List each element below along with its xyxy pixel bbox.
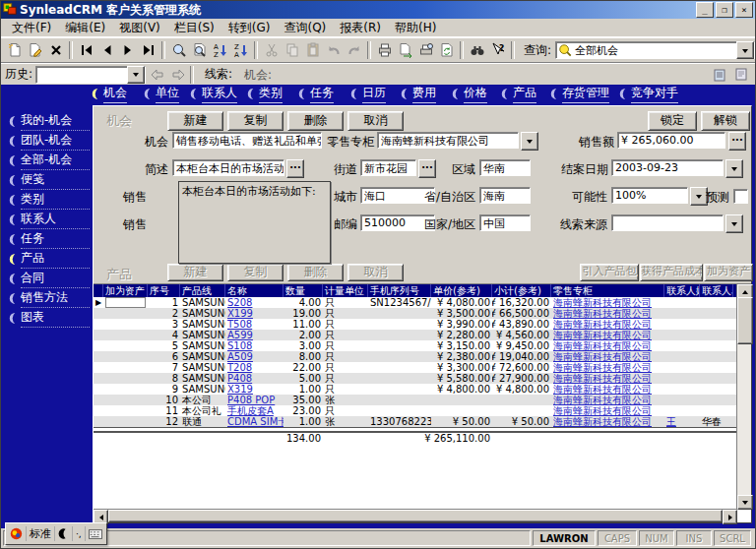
redo-icon[interactable] — [344, 40, 364, 60]
column-header-名称[interactable]: 名称 — [225, 284, 284, 297]
link-retail[interactable]: 海南蜂新科技有限公司 — [553, 330, 652, 340]
cell-name[interactable]: T208 — [225, 362, 284, 373]
table-row[interactable]: 11本公司礼手机皮套A23.00只海南蜂新科技有限公司 — [94, 405, 737, 416]
table-row[interactable]: 8SAMSUNGP4085.00只¥ 5,580.00¥ 27,900.00海南… — [94, 373, 737, 384]
column-header-零售专柜[interactable]: 零售专柜 — [551, 284, 664, 297]
street-field[interactable]: 新市花园 — [360, 159, 416, 176]
tab-产品[interactable]: 产品 — [499, 87, 536, 101]
help-select-icon[interactable]: ? — [487, 40, 508, 60]
cell-retail[interactable]: 海南蜂新科技有限公司 — [551, 319, 664, 330]
cell-name[interactable]: X199 — [225, 308, 284, 319]
menu-item-0[interactable]: 文件(F) — [5, 19, 58, 37]
summary-field[interactable]: 本柜台本日的市场活动如下: — [172, 159, 284, 176]
tab-价格[interactable]: 价格 — [450, 87, 487, 101]
refresh-doc-icon[interactable] — [436, 40, 457, 60]
sidebar-item-我的-机会[interactable]: 我的-机会 — [7, 113, 90, 129]
link-name[interactable]: X199 — [227, 308, 253, 319]
print-icon[interactable] — [374, 40, 395, 60]
sidebar-item-销售方法[interactable]: 销售方法 — [7, 290, 90, 306]
cell-retail[interactable]: 海南蜂新科技有限公司 — [551, 395, 664, 405]
sort-desc-icon[interactable]: ZA — [230, 40, 251, 60]
menu-item-2[interactable]: 视图(V) — [112, 19, 167, 37]
retail-field[interactable]: 海南蜂新科技有限公司 — [377, 132, 519, 149]
column-header-数量[interactable]: 数量 — [284, 284, 323, 297]
cell-name[interactable]: P408 POP — [225, 395, 284, 405]
link-retail[interactable]: 海南蜂新科技有限公司 — [553, 319, 652, 330]
menu-item-6[interactable]: 报表(R) — [333, 19, 388, 37]
summary-ellipsis-button[interactable]: ... — [286, 159, 304, 178]
close_date-field[interactable]: 2003-09-23 — [611, 159, 724, 176]
column-header-序号[interactable]: 序号 — [148, 284, 180, 297]
cell-name[interactable]: A599 — [225, 330, 284, 340]
link-name[interactable]: T208 — [227, 362, 252, 373]
cell-retail[interactable]: 海南蜂新科技有限公司 — [551, 416, 664, 427]
retail-dropdown-button[interactable] — [521, 132, 538, 151]
column-header-小计(参考)[interactable]: 小计(参考) — [492, 284, 551, 297]
close-button[interactable]: × — [735, 2, 753, 18]
link-retail[interactable]: 海南蜂新科技有限公司 — [553, 362, 652, 373]
report-icon[interactable] — [710, 65, 730, 85]
sidebar-item-便笺[interactable]: 便笺 — [7, 172, 90, 188]
cell-retail[interactable]: 海南蜂新科技有限公司 — [551, 405, 664, 416]
cell-last[interactable]: 王 — [664, 416, 700, 427]
street-ellipsis-button[interactable]: ... — [418, 159, 436, 178]
forecast-checkbox[interactable] — [733, 189, 748, 204]
column-header-单价(参考)[interactable]: 单价(参考) — [431, 284, 492, 297]
table-row[interactable]: 12联通CDMA SIM卡1.00张13307682236¥ 50.00¥ 50… — [94, 416, 737, 427]
link-name[interactable]: S208 — [227, 297, 252, 308]
column-header-计量单位[interactable]: 计量单位 — [323, 284, 368, 297]
edit-doc-icon[interactable] — [25, 40, 45, 60]
cell-name[interactable]: A509 — [225, 351, 284, 362]
forward-icon[interactable] — [169, 67, 187, 83]
menu-item-1[interactable]: 编辑(E) — [58, 19, 112, 37]
table-row[interactable]: 2SAMSUNGX19919.00只¥ 3,500.00¥ 66,500.00海… — [94, 308, 737, 319]
table-row[interactable]: 5SAMSUNGS1083.00只¥ 3,150.00¥ 9,450.00海南蜂… — [94, 340, 737, 351]
cell-name[interactable]: T508 — [225, 319, 284, 330]
sidebar-item-任务[interactable]: 任务 — [7, 231, 90, 247]
export-doc-icon[interactable] — [395, 40, 415, 60]
table-row[interactable]: 7SAMSUNGT20822.00只¥ 3,300.00¥ 72,600.00海… — [94, 362, 737, 373]
cell-retail[interactable]: 海南蜂新科技有限公司 — [551, 351, 664, 362]
link-name[interactable]: 手机皮套A — [227, 405, 274, 416]
tab-类别[interactable]: 类别 — [245, 87, 283, 101]
ime-fullhalf-moon-icon[interactable] — [55, 526, 73, 541]
link-retail[interactable]: 海南蜂新科技有限公司 — [553, 373, 652, 384]
region-field[interactable]: 华南 — [479, 159, 531, 176]
link-retail[interactable]: 海南蜂新科技有限公司 — [553, 297, 652, 308]
tab-机会[interactable]: 机会 — [90, 87, 127, 101]
summary-memo-popup[interactable]: 本柜台本日的市场活动如下: — [178, 181, 331, 264]
cell-name[interactable]: 手机皮套A — [225, 405, 284, 416]
tab-联系人[interactable]: 联系人 — [188, 87, 237, 101]
link-retail[interactable]: 海南蜂新科技有限公司 — [553, 351, 652, 362]
sort-asc-icon[interactable]: AZ — [210, 40, 230, 60]
table-row[interactable]: 4SAMSUNGA5992.00只¥ 2,280.00¥ 4,560.00海南蜂… — [94, 330, 737, 340]
delete-icon[interactable] — [45, 40, 66, 60]
link-retail[interactable]: 海南蜂新科技有限公司 — [553, 405, 652, 416]
link-retail[interactable]: 海南蜂新科技有限公司 — [553, 308, 652, 319]
print-setup-icon[interactable] — [415, 40, 436, 60]
table-row[interactable]: 10本公司P408 POP35.00张海南蜂新科技有限公司 — [94, 395, 737, 405]
query-dropdown-button[interactable] — [736, 41, 754, 59]
find-binoculars-icon[interactable] — [467, 40, 487, 60]
menu-item-7[interactable]: 帮助(H) — [388, 19, 443, 37]
ime-mode-button[interactable]: 标准 — [27, 526, 55, 541]
scroll-right-icon[interactable] — [723, 510, 737, 524]
cell-name[interactable]: S108 — [225, 340, 284, 351]
tab-单位[interactable]: 单位 — [142, 87, 179, 101]
undo-icon[interactable] — [323, 40, 344, 60]
cell-retail[interactable]: 海南蜂新科技有限公司 — [551, 373, 664, 384]
sidebar-item-合同[interactable]: 合同 — [7, 271, 90, 286]
query-combobox[interactable]: 全部机会 — [555, 41, 755, 59]
column-header-产品线[interactable]: 产品线 — [180, 284, 225, 297]
table-row[interactable]: 3SAMSUNGT50811.00只¥ 3,990.00¥ 43,890.00海… — [94, 319, 737, 330]
column-header-手机序列号[interactable]: 手机序列号 — [368, 284, 431, 297]
province-field[interactable]: 海南 — [479, 187, 531, 204]
history-combobox[interactable] — [35, 66, 146, 84]
link-name[interactable]: A599 — [227, 330, 253, 340]
table-row[interactable]: 6SAMSUNGA5098.00只¥ 2,380.00¥ 19,040.00海南… — [94, 351, 737, 362]
tab-日历[interactable]: 日历 — [348, 87, 386, 101]
cell-retail[interactable]: 海南蜂新科技有限公司 — [551, 384, 664, 395]
sidebar-item-类别[interactable]: 类别 — [7, 192, 90, 208]
lead_source-dropdown-button[interactable] — [725, 214, 743, 233]
minimize-button[interactable]: _ — [696, 2, 714, 18]
